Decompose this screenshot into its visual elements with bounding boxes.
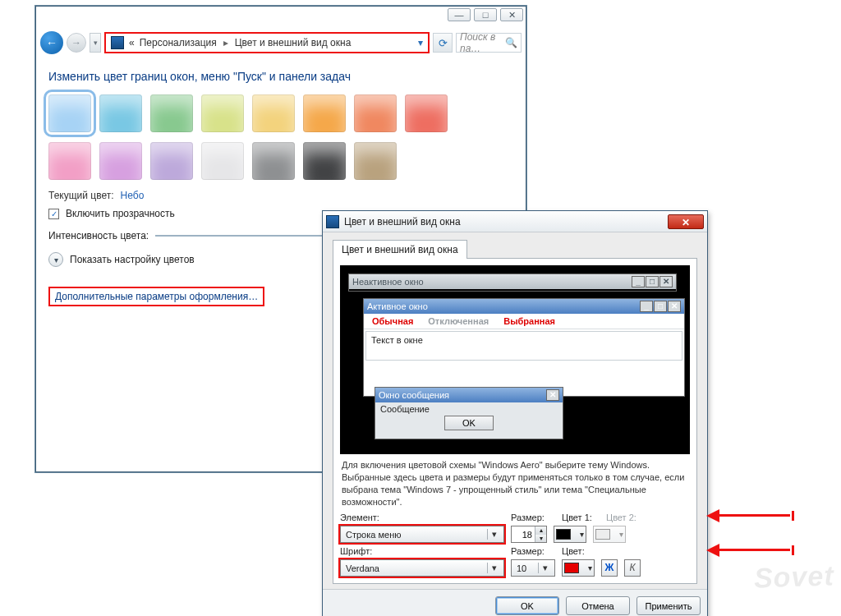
preview-window-controls: ✕ bbox=[546, 389, 559, 401]
refresh-button[interactable]: ⟳ bbox=[433, 33, 453, 53]
color-swatch[interactable] bbox=[99, 94, 142, 132]
element-combo[interactable]: Строка меню ▾ bbox=[340, 526, 504, 543]
breadcrumb-level2[interactable]: Цвет и внешний вид окна bbox=[235, 37, 352, 48]
color-swatch[interactable] bbox=[150, 94, 193, 132]
font-size-label: Размер: bbox=[511, 546, 555, 556]
font-color-label: Цвет: bbox=[562, 546, 600, 556]
preview-message-window: Окно сообщения ✕ Сообщение OK bbox=[375, 387, 563, 439]
size-label: Размер: bbox=[511, 513, 555, 522]
preview-window-controls: _□✕ bbox=[640, 301, 681, 312]
element-combo-value: Строка меню bbox=[346, 530, 401, 540]
breadcrumb-dropdown-icon[interactable]: ▾ bbox=[418, 37, 423, 48]
preview-window-controls: _□✕ bbox=[632, 276, 673, 287]
color-swatch-row-1 bbox=[48, 94, 513, 132]
color-swatch[interactable] bbox=[354, 94, 397, 132]
preview-message-title: Окно сообщения bbox=[379, 390, 449, 400]
tab-panel: Неактивное окно _□✕ Активное окно _□✕ Об… bbox=[333, 258, 697, 584]
color-swatch[interactable] bbox=[201, 142, 244, 180]
transparency-label: Включить прозрачность bbox=[66, 208, 175, 219]
search-input[interactable]: Поиск в па… 🔍 bbox=[456, 33, 522, 53]
dropdown-icon: ▾ bbox=[588, 563, 592, 572]
current-color-value: Небо bbox=[121, 190, 145, 201]
element-controls: Строка меню ▾ ▴▾ ▾ ▾ bbox=[340, 526, 690, 543]
dialog-tab[interactable]: Цвет и внешний вид окна bbox=[333, 240, 467, 259]
dialog-title: Цвет и внешний вид окна bbox=[344, 216, 461, 228]
preview-text-area: Текст в окне bbox=[365, 331, 682, 361]
dialog-body: Цвет и внешний вид окна Неактивное окно … bbox=[323, 232, 707, 589]
color1-label: Цвет 1: bbox=[562, 513, 600, 522]
dropdown-icon: ▾ bbox=[487, 529, 500, 540]
color-swatch[interactable] bbox=[201, 94, 244, 132]
preview-message-ok-button: OK bbox=[444, 416, 494, 430]
preview-menu-normal: Обычная bbox=[372, 316, 413, 326]
dropdown-icon: ▾ bbox=[580, 530, 584, 539]
transparency-checkbox[interactable]: ✓ bbox=[48, 209, 59, 219]
dialog-footer: OK Отмена Применить bbox=[323, 589, 707, 616]
spin-down-icon[interactable]: ▾ bbox=[535, 535, 546, 543]
color-swatch[interactable] bbox=[48, 142, 91, 180]
annotation-arrow bbox=[708, 511, 794, 521]
color-swatch[interactable] bbox=[150, 142, 193, 180]
color-swatch[interactable] bbox=[354, 142, 397, 180]
color-swatch[interactable] bbox=[252, 142, 295, 180]
preview-inactive-window: Неактивное окно _□✕ bbox=[348, 274, 677, 292]
dropdown-icon: ▾ bbox=[619, 530, 623, 539]
advanced-appearance-link[interactable]: Дополнительные параметры оформления… bbox=[48, 287, 264, 306]
color1-swatch bbox=[556, 529, 571, 540]
color-swatch[interactable] bbox=[303, 94, 346, 132]
preview-active-title: Активное окно bbox=[367, 301, 428, 311]
style-preview: Неактивное окно _□✕ Активное окно _□✕ Об… bbox=[340, 265, 690, 454]
color-swatch[interactable] bbox=[252, 94, 295, 132]
window-minimize-button[interactable]: — bbox=[448, 8, 471, 21]
element-label: Элемент: bbox=[340, 513, 504, 522]
font-row: Шрифт: Размер: Цвет: bbox=[340, 546, 690, 556]
element-size-spin[interactable]: ▴▾ bbox=[511, 526, 547, 543]
color-swatch[interactable] bbox=[405, 94, 448, 132]
italic-toggle[interactable]: К bbox=[624, 559, 641, 577]
font-size-value: 10 bbox=[517, 563, 526, 573]
font-combo[interactable]: Verdana ▾ bbox=[340, 559, 504, 577]
dialog-close-button[interactable]: ✕ bbox=[668, 214, 704, 229]
preview-menu-disabled: Отключенная bbox=[428, 316, 489, 326]
window-maximize-button[interactable]: □ bbox=[474, 8, 497, 21]
color2-label: Цвет 2: bbox=[606, 513, 644, 522]
annotation-arrow bbox=[708, 545, 794, 555]
chevron-down-icon: ▾ bbox=[48, 252, 63, 267]
font-label: Шрифт: bbox=[340, 546, 504, 556]
color1-button[interactable]: ▾ bbox=[554, 526, 586, 543]
breadcrumb-level1[interactable]: Персонализация bbox=[140, 37, 217, 48]
window-controls: — □ ✕ bbox=[448, 8, 523, 21]
search-icon: 🔍 bbox=[505, 37, 517, 48]
nav-bar: ← → ▾ « Персонализация ▸ Цвет и внешний … bbox=[40, 30, 522, 55]
control-panel-icon bbox=[111, 36, 124, 49]
font-controls: Verdana ▾ 10 ▾ ▾ Ж К bbox=[340, 559, 690, 577]
watermark: Sovet bbox=[754, 559, 835, 594]
nav-history-dropdown[interactable]: ▾ bbox=[90, 33, 101, 53]
color2-swatch bbox=[595, 529, 610, 540]
bold-toggle[interactable]: Ж bbox=[601, 559, 618, 577]
ok-button[interactable]: OK bbox=[495, 596, 559, 615]
element-size-input[interactable] bbox=[512, 526, 535, 542]
aero-hint-text: Для включения цветовой схемы "Windows Ae… bbox=[340, 454, 690, 509]
font-size-combo[interactable]: 10 ▾ bbox=[511, 559, 555, 577]
nav-back-button[interactable]: ← bbox=[40, 31, 63, 54]
window-close-button[interactable]: ✕ bbox=[500, 8, 523, 21]
cancel-button[interactable]: Отмена bbox=[566, 596, 630, 615]
dialog-icon bbox=[326, 215, 339, 228]
spin-up-icon[interactable]: ▴ bbox=[535, 526, 546, 535]
breadcrumb[interactable]: « Персонализация ▸ Цвет и внешний вид ок… bbox=[104, 32, 430, 53]
apply-button[interactable]: Применить bbox=[636, 596, 701, 615]
color-swatch[interactable] bbox=[99, 142, 142, 180]
current-color-label: Текущий цвет: bbox=[48, 190, 114, 201]
dropdown-icon: ▾ bbox=[487, 563, 500, 573]
color-swatch[interactable] bbox=[303, 142, 346, 180]
font-color-button[interactable]: ▾ bbox=[562, 559, 595, 577]
nav-forward-button[interactable]: → bbox=[67, 33, 86, 53]
intensity-label: Интенсивность цвета: bbox=[48, 230, 149, 241]
dialog-titlebar: Цвет и внешний вид окна ✕ bbox=[323, 211, 707, 232]
font-combo-value: Verdana bbox=[346, 563, 379, 573]
show-mixer-label: Показать настройку цветов bbox=[70, 254, 195, 265]
color2-button: ▾ bbox=[593, 526, 626, 543]
preview-menu-selected: Выбранная bbox=[503, 316, 555, 326]
color-swatch[interactable] bbox=[48, 94, 91, 132]
